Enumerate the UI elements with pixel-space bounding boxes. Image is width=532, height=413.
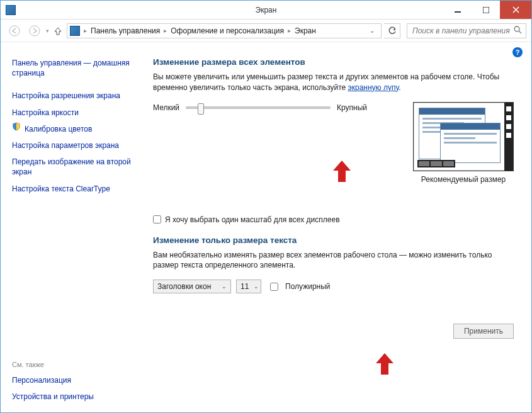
annotation-arrow-icon <box>376 353 393 375</box>
breadcrumb-item[interactable]: Оформление и персонализация <box>171 26 284 35</box>
size-select[interactable]: 11 ⌄ <box>236 280 261 293</box>
sidebar-item-cleartype[interactable]: Настройка текста ClearType <box>12 181 133 197</box>
up-button[interactable] <box>52 26 64 35</box>
text-size-controls: Заголовки окон ⌄ 11 ⌄ Полужирный <box>153 280 514 293</box>
slider-max-label: Крупный <box>337 103 367 112</box>
svg-point-2 <box>9 26 20 36</box>
close-button[interactable] <box>500 1 531 19</box>
magnifier-link[interactable]: экранную лупу <box>348 83 399 92</box>
svg-point-3 <box>30 26 40 36</box>
apply-button[interactable]: Применить <box>453 324 514 339</box>
bold-label: Полужирный <box>285 282 331 291</box>
chevron-down-icon: ⌄ <box>222 283 227 290</box>
content: ? Панель управления — домашняя страница … <box>1 42 531 412</box>
sidebar: Панель управления — домашняя страница На… <box>1 42 138 412</box>
slider-thumb[interactable] <box>198 103 204 115</box>
scaling-slider[interactable] <box>186 106 331 109</box>
element-select[interactable]: Заголовки окон ⌄ <box>153 280 231 293</box>
app-icon <box>6 5 16 15</box>
sidebar-item-calibrate[interactable]: Калибровка цветов <box>25 121 92 137</box>
search-icon <box>514 26 522 36</box>
chevron-right-icon: ▸ <box>84 27 87 34</box>
preview-thumbnail <box>413 102 514 171</box>
section1-desc-text: Вы можете увеличить или уменьшить размер… <box>153 72 499 92</box>
single-scale-row: Я хочу выбрать один масштаб для всех дис… <box>153 215 514 224</box>
sidebar-item-params[interactable]: Настройка параметров экрана <box>12 137 133 154</box>
annotation-arrow-icon <box>333 161 351 182</box>
breadcrumb-item[interactable]: Панель управления <box>91 26 160 35</box>
sidebar-item-brightness[interactable]: Настройка яркости <box>12 105 133 121</box>
svg-rect-1 <box>483 7 489 13</box>
back-button[interactable] <box>6 22 23 40</box>
size-select-value: 11 <box>241 282 249 291</box>
element-select-value: Заголовки окон <box>157 282 211 291</box>
main-pane: Изменение размера всех элементов Вы може… <box>138 42 531 412</box>
forward-button[interactable] <box>26 22 43 40</box>
bold-checkbox[interactable] <box>270 283 278 291</box>
chevron-down-icon: ⌄ <box>254 283 259 290</box>
sidebar-item-resolution[interactable]: Настройка разрешения экрана <box>12 88 133 104</box>
recent-dropdown-icon[interactable]: ▾ <box>46 28 49 34</box>
navbar: ▾ ▸ Панель управления ▸ Оформление и пер… <box>1 20 531 42</box>
location-icon <box>70 26 80 36</box>
see-also-header: См. также <box>12 361 133 368</box>
chevron-right-icon: ▸ <box>164 27 167 34</box>
section2-title: Изменение только размера текста <box>153 235 514 245</box>
search-input[interactable] <box>411 26 514 36</box>
single-scale-label: Я хочу выбрать один масштаб для всех дис… <box>165 215 340 224</box>
svg-point-4 <box>514 26 519 31</box>
sidebar-item-home[interactable]: Панель управления — домашняя страница <box>12 55 133 81</box>
arrow-left-icon <box>9 25 20 37</box>
arrow-right-icon <box>29 25 40 37</box>
section1-title: Изменение размера всех элементов <box>153 57 514 67</box>
titlebar: Экран <box>1 1 531 20</box>
refresh-icon <box>388 26 397 35</box>
shield-icon <box>12 122 21 131</box>
slider-min-label: Мелкий <box>153 103 179 112</box>
search-box[interactable] <box>407 23 526 38</box>
section1-desc-post: . <box>399 83 400 92</box>
preview-wrap: Рекомендуемый размер <box>413 102 514 184</box>
see-also: См. также Персонализация Устройства и пр… <box>12 348 133 405</box>
chevron-right-icon: ▸ <box>288 27 291 34</box>
sidebar-item-project[interactable]: Передать изображение на второй экран <box>12 154 133 180</box>
chevron-down-icon[interactable]: ⌄ <box>366 27 378 34</box>
window-title: Экран <box>256 6 277 14</box>
window-controls <box>443 1 531 19</box>
minimize-icon <box>455 7 461 13</box>
apply-row: Применить <box>153 324 514 339</box>
svg-line-5 <box>519 31 521 33</box>
minimize-button[interactable] <box>443 1 472 19</box>
preview-caption: Рекомендуемый размер <box>413 175 514 184</box>
close-icon <box>512 6 519 13</box>
scaling-slider-block: Мелкий Крупный <box>153 103 367 112</box>
arrow-up-icon <box>54 26 62 35</box>
single-scale-checkbox[interactable] <box>153 215 161 223</box>
section2-desc: Вам необязательно изменять размер всех э… <box>153 250 514 271</box>
svg-rect-0 <box>455 11 461 13</box>
see-also-devices[interactable]: Устройства и принтеры <box>12 388 133 405</box>
section1-desc: Вы можете увеличить или уменьшить размер… <box>153 72 514 93</box>
breadcrumb-item[interactable]: Экран <box>295 26 316 35</box>
maximize-button[interactable] <box>472 1 500 19</box>
maximize-icon <box>483 7 489 13</box>
see-also-personalization[interactable]: Персонализация <box>12 372 133 388</box>
refresh-button[interactable] <box>384 23 400 38</box>
address-bar[interactable]: ▸ Панель управления ▸ Оформление и персо… <box>67 23 382 38</box>
